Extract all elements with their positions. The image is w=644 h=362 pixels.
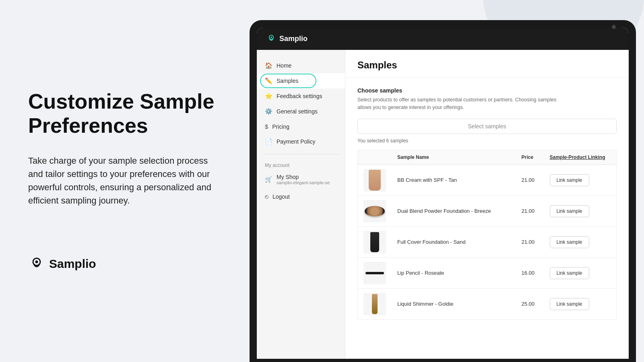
choose-samples-desc: Select products to offer as samples to p… [357, 96, 559, 111]
description-text: Take charge of your sample selection pro… [28, 154, 221, 207]
sidebar-home-label: Home [277, 62, 291, 69]
product-image-shimmer [372, 294, 378, 314]
main-header: Samples [345, 50, 629, 78]
home-icon: 🏠 [265, 62, 272, 69]
product-price: 21.00 [516, 226, 544, 257]
tablet-mockup: Samplio 🏠 Home ✏️ Samples [250, 20, 636, 362]
table-row: BB Cream with SPF - Tan21.00Link sample [358, 165, 617, 196]
link-sample-cell: Link sample [544, 288, 617, 319]
sidebar-samples-label: Samples [277, 78, 298, 84]
sidebar-item-home[interactable]: 🏠 Home [257, 58, 345, 73]
samples-table: Sample Name Price Sample-Product Linking… [357, 150, 617, 320]
table-row: Lip Pencil - Roseate16.00Link sample [358, 257, 617, 288]
samples-icon: ✏️ [265, 77, 272, 84]
link-sample-cell: Link sample [544, 226, 617, 257]
sidebar-pricing-label: Pricing [272, 123, 289, 130]
product-thumbnail [363, 200, 386, 222]
sidebar-item-payment[interactable]: 📄 Payment Policy [257, 134, 345, 149]
product-thumbnail [363, 262, 386, 284]
table-row: Full Cover Foundation - Sand21.00Link sa… [358, 226, 617, 257]
content-section: Choose samples Select products to offer … [345, 78, 629, 329]
sidebar-item-my-shop[interactable]: 🛒 My Shop samplio-elegant-sample-se [257, 170, 345, 189]
col-price-header: Price [516, 150, 544, 165]
link-sample-button[interactable]: Link sample [550, 298, 589, 310]
product-thumbnail-cell [358, 288, 392, 319]
sidebar-logout-label: Logout [272, 193, 290, 200]
product-price: 21.00 [516, 165, 544, 196]
main-heading: Customize Sample Preferences [28, 90, 221, 138]
col-name-header: Sample Name [392, 150, 516, 165]
product-thumbnail-cell [358, 226, 392, 257]
product-thumbnail [363, 293, 386, 315]
my-account-section: My account [257, 159, 345, 170]
settings-icon: ⚙️ [265, 108, 272, 115]
bottom-brand-logo: Samplio [28, 255, 221, 272]
product-thumbnail [363, 169, 386, 191]
link-sample-cell: Link sample [544, 165, 617, 196]
choose-samples-title: Choose samples [357, 87, 617, 94]
sidebar-item-feedback[interactable]: ⭐ Feedback settings [257, 88, 345, 104]
sidebar: 🏠 Home ✏️ Samples ⭐ Feedback settings ⚙️ [257, 50, 345, 359]
product-name: Liquid Shimmer - Goldie [392, 288, 516, 319]
shop-sub: samplio-elegant-sample-se [277, 180, 330, 185]
payment-icon: 📄 [265, 138, 272, 145]
page-title: Samples [357, 60, 617, 71]
shop-text-group: My Shop samplio-elegant-sample-se [277, 174, 330, 185]
left-panel: Customize Sample Preferences Take charge… [0, 66, 250, 296]
product-name: Lip Pencil - Roseate [392, 257, 516, 288]
product-name: BB Cream with SPF - Tan [392, 165, 516, 196]
product-image-lip [365, 272, 384, 274]
right-panel: Samplio 🏠 Home ✏️ Samples [250, 0, 644, 362]
samplio-logo-icon-bottom [28, 255, 45, 272]
product-price: 16.00 [516, 257, 544, 288]
col-linking-header: Sample-Product Linking [544, 150, 617, 165]
shop-name: My Shop [277, 174, 330, 180]
selected-count: You selected 6 samples [357, 138, 617, 144]
link-sample-cell: Link sample [544, 195, 617, 226]
link-sample-button[interactable]: Link sample [550, 267, 589, 279]
tablet-camera [612, 25, 616, 29]
link-sample-button[interactable]: Link sample [550, 236, 589, 248]
link-sample-button[interactable]: Link sample [550, 174, 589, 186]
product-image-foundation [370, 232, 379, 252]
product-name: Full Cover Foundation - Sand [392, 226, 516, 257]
product-price: 25.00 [516, 288, 544, 319]
tablet-screen: Samplio 🏠 Home ✏️ Samples [257, 27, 629, 359]
table-row: Liquid Shimmer - Goldie25.00Link sample [358, 288, 617, 319]
sidebar-general-label: General settings [277, 108, 318, 115]
product-thumbnail-cell [358, 195, 392, 226]
svg-point-3 [270, 37, 272, 38]
app-body: 🏠 Home ✏️ Samples ⭐ Feedback settings ⚙️ [257, 50, 629, 359]
sidebar-payment-label: Payment Policy [277, 138, 315, 145]
sidebar-item-samples[interactable]: ✏️ Samples [257, 73, 345, 88]
app-brand-name: Samplio [279, 35, 308, 43]
link-sample-button[interactable]: Link sample [550, 205, 589, 217]
main-content: Samples Choose samples Select products t… [345, 50, 629, 359]
feedback-icon: ⭐ [265, 93, 272, 100]
sidebar-divider [263, 154, 339, 154]
pricing-icon: $ [265, 123, 268, 130]
app-logo-area: Samplio [266, 34, 308, 43]
sidebar-item-general[interactable]: ⚙️ General settings [257, 104, 345, 119]
sidebar-item-logout[interactable]: ⎋ Logout [257, 189, 345, 204]
product-image-powder [365, 206, 385, 216]
product-thumbnail-cell [358, 165, 392, 196]
svg-point-1 [35, 260, 38, 263]
col-thumbnail [358, 150, 392, 165]
shop-icon: 🛒 [265, 176, 272, 183]
sidebar-feedback-label: Feedback settings [277, 93, 322, 99]
table-row: Dual Blend Powder Foundation - Breeze21.… [358, 195, 617, 226]
product-price: 21.00 [516, 195, 544, 226]
link-sample-cell: Link sample [544, 257, 617, 288]
product-thumbnail [363, 231, 386, 253]
product-name: Dual Blend Powder Foundation - Breeze [392, 195, 516, 226]
select-samples-button[interactable]: Select samples [357, 119, 617, 134]
bottom-brand-name: Samplio [49, 257, 96, 271]
app-logo-icon [266, 34, 276, 43]
logout-icon: ⎋ [265, 193, 268, 200]
product-image-bb [369, 170, 381, 191]
product-thumbnail-cell [358, 257, 392, 288]
sidebar-item-pricing[interactable]: $ Pricing [257, 119, 345, 134]
app-header: Samplio [257, 27, 629, 50]
